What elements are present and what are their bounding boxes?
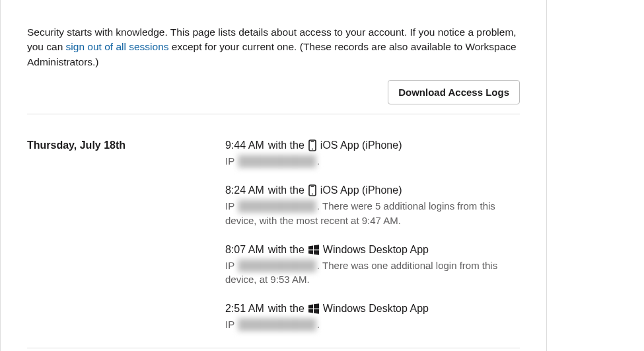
with-the-text: with the [268, 139, 304, 151]
entry-subtext: IP ███████████. [225, 154, 520, 169]
with-the-text: with the [268, 184, 304, 196]
access-entry: 9:44 AM with the iOS App (iPhone) IP ███… [225, 139, 520, 169]
period: . [317, 155, 320, 167]
with-the-text: with the [268, 244, 304, 256]
entry-time: 2:51 AM [225, 303, 264, 315]
download-access-logs-button[interactable]: Download Access Logs [388, 80, 520, 104]
intro-text: Security starts with knowledge. This pag… [1, 0, 546, 80]
entry-title: 2:51 AM with the Windows Desktop App [225, 303, 520, 315]
entry-time: 8:07 AM [225, 244, 264, 256]
svg-point-5 [312, 194, 313, 195]
ip-redacted: ███████████ [237, 317, 317, 332]
entry-client: iOS App (iPhone) [320, 184, 402, 196]
entry-subtext: IP ███████████. There was one additional… [225, 258, 520, 288]
with-the-text: with the [268, 303, 304, 315]
entry-client: Windows Desktop App [323, 303, 429, 315]
entry-time: 9:44 AM [225, 139, 264, 151]
entries-list: 9:44 AM with the iOS App (iPhone) IP ███… [225, 139, 520, 348]
access-entry: 8:07 AM with the Windows Desktop App IP … [225, 244, 520, 288]
period: . [317, 319, 320, 330]
sign-out-all-link[interactable]: sign out of all sessions [66, 41, 169, 52]
phone-icon [308, 184, 316, 196]
divider [27, 348, 520, 348]
ip-redacted: ███████████ [237, 154, 317, 169]
entry-client: Windows Desktop App [323, 244, 429, 256]
entry-client: iOS App (iPhone) [320, 139, 402, 151]
entry-title: 8:07 AM with the Windows Desktop App [225, 244, 520, 256]
access-entry: 8:24 AM with the iOS App (iPhone) IP ███… [225, 184, 520, 228]
windows-icon [308, 245, 319, 255]
ip-redacted: ███████████ [237, 199, 317, 214]
entry-subtext: IP ███████████. [225, 317, 520, 332]
windows-icon [308, 303, 319, 314]
entry-subtext: IP ███████████. There were 5 additional … [225, 199, 520, 228]
entry-title: 9:44 AM with the iOS App (iPhone) [225, 139, 520, 151]
ip-redacted: ███████████ [237, 258, 317, 273]
phone-icon [308, 139, 316, 151]
ip-prefix: IP [225, 260, 237, 271]
access-logs-panel: Security starts with knowledge. This pag… [0, 0, 547, 351]
ip-prefix: IP [225, 200, 237, 212]
access-entry: 2:51 AM with the Windows Desktop App IP … [225, 303, 520, 332]
svg-point-2 [312, 149, 313, 150]
entry-time: 8:24 AM [225, 184, 264, 196]
day-block: Thursday, July 18th 9:44 AM with the iOS… [1, 114, 546, 348]
ip-prefix: IP [225, 155, 237, 167]
day-label: Thursday, July 18th [27, 139, 225, 348]
ip-prefix: IP [225, 319, 237, 330]
entry-title: 8:24 AM with the iOS App (iPhone) [225, 184, 520, 196]
download-row: Download Access Logs [1, 80, 546, 114]
